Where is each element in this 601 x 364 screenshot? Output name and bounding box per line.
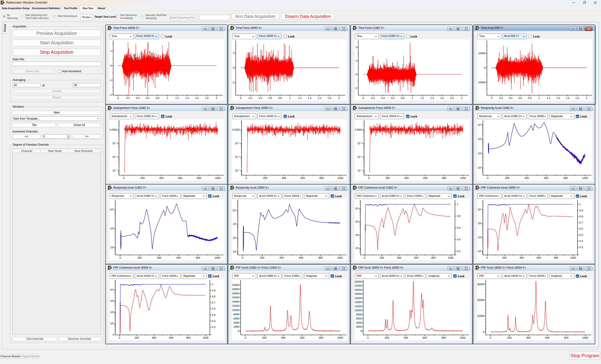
svg-text:0.8: 0.8 (457, 215, 460, 217)
svg-text:0.6: 0.6 (457, 226, 460, 229)
svg-text:14000: 14000 (232, 300, 239, 303)
svg-text:10000: 10000 (232, 309, 239, 311)
svg-text:200: 200 (385, 177, 390, 179)
svg-text:2: 2 (586, 97, 587, 99)
svg-text:0.8: 0.8 (278, 97, 282, 99)
svg-text:800: 800 (554, 256, 558, 259)
svg-text:400: 400 (279, 256, 284, 259)
svg-text:1000: 1000 (203, 336, 208, 339)
svg-text:10⁻⁵: 10⁻⁵ (112, 142, 118, 144)
svg-text:10⁴: 10⁴ (110, 288, 114, 291)
svg-text:10³: 10³ (478, 222, 481, 225)
svg-text:800: 800 (319, 336, 323, 339)
svg-text:600: 600 (423, 177, 427, 179)
svg-text:0.4: 0.4 (136, 97, 140, 99)
svg-text:1.8: 1.8 (450, 97, 454, 99)
svg-text:0: 0 (362, 97, 364, 99)
svg-text:0.6: 0.6 (391, 97, 394, 99)
svg-text:10³: 10³ (233, 223, 236, 225)
svg-text:30000: 30000 (477, 283, 484, 286)
svg-text:1: 1 (110, 50, 112, 53)
svg-text:0.7: 0.7 (579, 221, 583, 224)
svg-text:800: 800 (196, 256, 200, 259)
svg-text:600: 600 (299, 256, 303, 259)
svg-text:12000: 12000 (232, 304, 239, 307)
svg-text:1.4: 1.4 (308, 97, 311, 99)
svg-text:1000: 1000 (337, 336, 343, 339)
svg-text:1.2: 1.2 (421, 97, 424, 99)
svg-text:0: 0 (238, 329, 239, 332)
svg-text:400: 400 (157, 256, 161, 259)
svg-text:20000: 20000 (477, 298, 484, 301)
svg-text:200: 200 (507, 336, 511, 339)
svg-text:1: 1 (457, 203, 458, 206)
svg-text:0.8: 0.8 (401, 97, 404, 99)
svg-text:10²: 10² (233, 236, 236, 239)
svg-text:1: 1 (355, 59, 357, 62)
svg-text:0.4: 0.4 (509, 97, 512, 99)
svg-text:10²: 10² (110, 311, 114, 314)
svg-text:10²: 10² (355, 234, 359, 236)
svg-text:8000: 8000 (234, 313, 239, 316)
svg-text:2000: 2000 (356, 325, 362, 328)
svg-text:24000: 24000 (354, 280, 362, 283)
svg-text:10000: 10000 (478, 52, 485, 55)
svg-text:0: 0 (360, 329, 362, 332)
svg-text:0.3: 0.3 (212, 326, 215, 328)
svg-text:4000: 4000 (234, 321, 239, 324)
svg-text:0.6: 0.6 (212, 307, 215, 310)
svg-text:200: 200 (140, 177, 145, 179)
svg-text:10³: 10³ (355, 220, 359, 223)
svg-text:0.0001: 0.0001 (232, 128, 240, 131)
svg-text:2: 2 (216, 97, 217, 99)
svg-text:10²: 10² (478, 152, 481, 155)
svg-text:1: 1 (212, 283, 213, 286)
svg-text:0.4: 0.4 (457, 238, 460, 241)
svg-text:800: 800 (320, 177, 324, 179)
svg-text:1.6: 1.6 (440, 97, 444, 99)
svg-text:-2: -2 (110, 93, 112, 96)
svg-text:1000: 1000 (582, 336, 588, 339)
svg-text:1.8: 1.8 (328, 97, 331, 99)
svg-text:0: 0 (233, 66, 234, 69)
svg-text:400: 400 (524, 177, 529, 179)
svg-text:10³: 10³ (110, 299, 114, 302)
svg-text:-1: -1 (110, 79, 112, 82)
svg-text:2: 2 (461, 97, 462, 99)
svg-text:10⁻⁵: 10⁻⁵ (357, 142, 363, 144)
svg-text:10⁻⁶: 10⁻⁶ (235, 155, 240, 158)
svg-text:0.4: 0.4 (381, 97, 385, 99)
svg-text:10³: 10³ (478, 137, 481, 140)
svg-text:600: 600 (414, 256, 418, 259)
svg-text:22000: 22000 (232, 283, 239, 286)
svg-text:0.0001: 0.0001 (355, 128, 363, 131)
svg-text:-1: -1 (232, 81, 234, 84)
svg-text:0.6: 0.6 (579, 227, 583, 230)
svg-text:10¹: 10¹ (110, 322, 114, 325)
svg-text:200: 200 (505, 177, 509, 179)
svg-text:0: 0 (484, 66, 485, 69)
svg-text:0.4: 0.4 (212, 319, 215, 322)
svg-text:1000: 1000 (582, 177, 588, 179)
svg-text:0: 0 (110, 64, 112, 67)
svg-text:0.2: 0.2 (249, 97, 252, 99)
svg-text:0.4: 0.4 (579, 240, 583, 242)
svg-text:400: 400 (397, 256, 401, 259)
svg-text:1: 1 (167, 97, 168, 99)
svg-text:0: 0 (246, 177, 247, 179)
svg-text:400: 400 (526, 336, 530, 339)
svg-text:10⁻⁷: 10⁻⁷ (112, 169, 118, 172)
svg-text:1: 1 (538, 97, 540, 99)
svg-text:1000: 1000 (337, 256, 343, 259)
svg-text:0.0001: 0.0001 (110, 128, 118, 131)
svg-text:10⁴: 10⁴ (478, 208, 481, 211)
svg-text:1.4: 1.4 (430, 97, 434, 99)
svg-text:1: 1 (412, 97, 413, 99)
svg-text:0: 0 (119, 336, 120, 339)
svg-text:0.8: 0.8 (579, 215, 583, 218)
svg-text:600: 600 (545, 336, 549, 339)
svg-text:10³: 10³ (110, 227, 114, 230)
svg-text:600: 600 (176, 256, 180, 259)
svg-text:1: 1 (233, 52, 234, 54)
svg-text:400: 400 (520, 256, 524, 259)
